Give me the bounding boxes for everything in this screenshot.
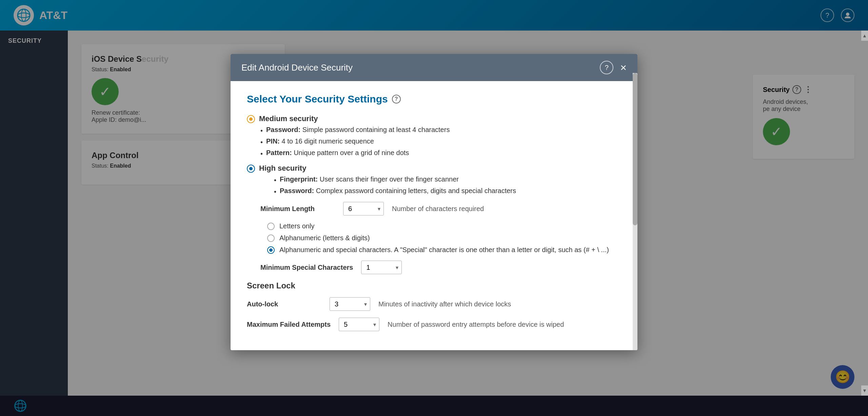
high-security-section: • Fingerprint: User scans their finger o… xyxy=(260,175,621,274)
alphanumeric-item: Alphanumeric (letters & digits) xyxy=(267,234,621,242)
min-special-label: Minimum Special Characters xyxy=(260,264,353,271)
min-special-select-wrapper: 0 1 2 3 4 5 xyxy=(361,261,402,274)
high-password-rest: Complex password containing letters, dig… xyxy=(314,187,516,194)
max-failed-hint: Number of password entry attempts before… xyxy=(388,321,564,328)
password-type-group: Letters only Alphanumeric (letters & dig… xyxy=(267,222,621,254)
autolock-select[interactable]: 1 2 3 4 5 xyxy=(330,297,370,311)
medium-pin-bold: PIN: xyxy=(266,137,280,145)
modal-header: Edit Android Device Security ? × xyxy=(231,54,637,81)
min-length-select[interactable]: 4 5 6 7 8 10 12 16 xyxy=(343,202,384,215)
modal-header-actions: ? × xyxy=(600,61,627,74)
section-help-icon[interactable]: ? xyxy=(392,95,401,103)
medium-pattern-bold: Pattern: xyxy=(266,149,292,156)
letters-only-item: Letters only xyxy=(267,222,621,230)
edit-security-modal: Edit Android Device Security ? × Select … xyxy=(231,54,637,350)
max-failed-select-wrapper: 3 4 5 6 7 8 10 xyxy=(339,318,379,331)
medium-pattern-rest: Unique pattern over a grid of nine dots xyxy=(292,149,409,156)
min-length-select-wrapper: 4 5 6 7 8 10 12 16 xyxy=(343,202,384,215)
medium-bullet-pin: • PIN: 4 to 16 digit numeric sequence xyxy=(260,137,621,147)
medium-security-radio[interactable] xyxy=(247,115,255,123)
modal-title: Edit Android Device Security xyxy=(241,62,353,73)
max-failed-select[interactable]: 3 4 5 6 7 8 10 xyxy=(339,318,379,331)
alphanumeric-radio[interactable] xyxy=(267,234,275,242)
min-length-hint: Number of characters required xyxy=(392,205,484,213)
medium-password-bold: Password: xyxy=(266,126,300,133)
alphanumeric-special-item: Alphanumeric and special characters. A "… xyxy=(267,246,621,254)
letters-only-radio[interactable] xyxy=(267,223,275,230)
modal-close-button[interactable]: × xyxy=(620,62,627,73)
medium-password-rest: Simple password containing at least 4 ch… xyxy=(300,126,450,133)
high-security-radio[interactable] xyxy=(247,165,255,173)
high-security-label: High security xyxy=(259,164,306,173)
high-fingerprint-rest: User scans their finger over the finger … xyxy=(318,175,459,183)
high-security-option: High security xyxy=(247,164,621,173)
page-scroll-up-btn[interactable]: ▲ xyxy=(861,31,868,41)
screen-lock-title: Screen Lock xyxy=(247,281,621,290)
modal-body: Select Your Security Settings ? Medium s… xyxy=(231,81,637,350)
min-special-row: Minimum Special Characters 0 1 2 3 4 5 xyxy=(260,261,621,274)
autolock-label: Auto-lock xyxy=(247,300,321,308)
alphanumeric-special-label: Alphanumeric and special characters. A "… xyxy=(279,246,609,254)
min-length-row: Minimum Length 4 5 6 7 8 10 12 16 Number… xyxy=(260,202,621,215)
alphanumeric-label: Alphanumeric (letters & digits) xyxy=(279,234,370,242)
high-password-bold: Password: xyxy=(280,187,314,194)
page-scroll-down-btn[interactable]: ▼ xyxy=(861,385,868,396)
modal-scroll-track[interactable] xyxy=(633,73,637,350)
min-length-label: Minimum Length xyxy=(260,205,335,213)
high-security-bullets: • Fingerprint: User scans their finger o… xyxy=(274,175,621,196)
max-failed-row: Maximum Failed Attempts 3 4 5 6 7 8 10 N… xyxy=(247,318,621,331)
letters-only-label: Letters only xyxy=(279,222,314,230)
medium-security-option: Medium security xyxy=(247,114,621,123)
high-bullet-password: • Password: Complex password containing … xyxy=(274,187,621,196)
medium-pin-rest: 4 to 16 digit numeric sequence xyxy=(280,137,374,145)
min-special-select[interactable]: 0 1 2 3 4 5 xyxy=(361,261,402,274)
max-failed-label: Maximum Failed Attempts xyxy=(247,321,331,328)
medium-security-bullets: • Password: Simple password containing a… xyxy=(260,126,621,158)
modal-help-button[interactable]: ? xyxy=(600,61,613,74)
high-bullet-fingerprint: • Fingerprint: User scans their finger o… xyxy=(274,175,621,185)
modal-scroll-thumb xyxy=(633,73,637,225)
medium-security-label: Medium security xyxy=(259,114,318,123)
security-settings-title: Select Your Security Settings ? xyxy=(247,93,621,105)
alphanumeric-special-radio[interactable] xyxy=(267,246,275,254)
medium-bullet-password: • Password: Simple password containing a… xyxy=(260,126,621,135)
screen-lock-section: Screen Lock Auto-lock 1 2 3 4 5 Minutes … xyxy=(247,281,621,331)
high-fingerprint-bold: Fingerprint: xyxy=(280,175,318,183)
medium-bullet-pattern: • Pattern: Unique pattern over a grid of… xyxy=(260,149,621,158)
autolock-select-wrapper: 1 2 3 4 5 xyxy=(330,297,370,311)
autolock-row: Auto-lock 1 2 3 4 5 Minutes of inactivit… xyxy=(247,297,621,311)
section-title-text: Select Your Security Settings xyxy=(247,93,388,105)
autolock-hint: Minutes of inactivity after which device… xyxy=(378,300,511,308)
